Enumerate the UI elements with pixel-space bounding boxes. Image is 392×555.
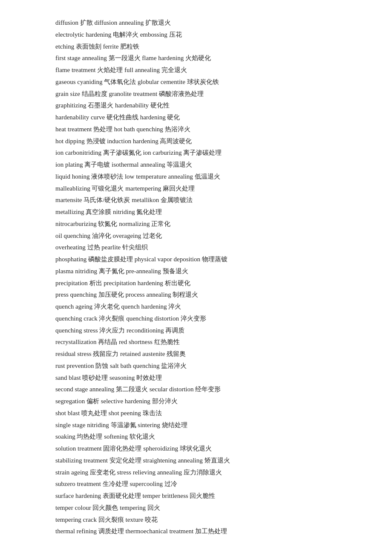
text-line: thermal refining 调质处理 thermoechanical tr…: [55, 526, 337, 538]
text-line: graphitizing 石墨退火 hardenability 硬化性: [55, 100, 337, 112]
text-line: ion carbonitriding 离子渗碳氮化 ion carburizin…: [55, 147, 337, 159]
text-line: etching 表面蚀刻 ferrite 肥粒铁: [55, 41, 337, 53]
text-line: phosphating 磷酸盐皮膜处理 physical vapor depos…: [55, 254, 337, 266]
text-line: subzero treatment 生冷处理 supercooling 过冷: [55, 478, 337, 490]
text-line: segregation 偏析 selective hardening 部分淬火: [55, 396, 337, 408]
text-line: press quenching 加压硬化 process annealing 制…: [55, 289, 337, 301]
text-line: tempering crack 回火裂痕 texture 咬花: [55, 514, 337, 526]
text-line: sand blast 喷砂处理 seasoning 时效处理: [55, 372, 337, 384]
text-line: soaking 均热处理 softening 软化退火: [55, 431, 337, 443]
text-line: first stage annealing 第一段退火 flame harden…: [55, 52, 337, 64]
text-line: oil quenching 油淬化 overageing 过老化: [55, 230, 337, 242]
text-line: recrystallization 再结晶 red shortness 红热脆性: [55, 336, 337, 348]
text-line: quenching stress 淬火应力 reconditioning 再调质: [55, 325, 337, 337]
text-line: martensite 马氏体/硬化铁炭 metallikon 金属喷镀法: [55, 194, 337, 206]
text-line: precipitation 析出 precipitation hardening…: [55, 278, 337, 289]
text-line: rust prevention 防蚀 salt bath quenching 盐…: [55, 360, 337, 372]
text-line: single stage nitriding 等温渗氮 sintering 烧结…: [55, 419, 337, 431]
text-line: electrolytic hardening 电解淬火 embossing 压花: [55, 29, 337, 41]
text-line: diffusion 扩散 diffusion annealing 扩散退火: [55, 17, 337, 29]
text-line: quench ageing 淬火老化 quench hardening 淬火: [55, 301, 337, 313]
text-line: plasma nitriding 离子氮化 pre-annealing 预备退火: [55, 266, 337, 278]
text-line: quenching crack 淬火裂痕 quenching distortio…: [55, 313, 337, 325]
text-line: shot blast 喷丸处理 shot peening 珠击法: [55, 408, 337, 419]
text-line: surface hardening 表面硬化处理 temper brittlen…: [55, 490, 337, 502]
text-line: heat treatment 热处理 hot bath quenching 热浴…: [55, 124, 337, 136]
text-line: flame treatment 火焰处理 full annealing 完全退火: [55, 64, 337, 76]
text-line: second stage annealing 第二段退火 secular dis…: [55, 384, 337, 396]
text-line: solution treatment 固溶化热处理 spheroidizing …: [55, 443, 337, 455]
text-line: hardenability curve 硬化性曲线 hardening 硬化: [55, 112, 337, 124]
text-line: temper colour 回火颜色 tempering 回火: [55, 502, 337, 514]
text-line: residual stress 残留应力 retained austenite …: [55, 348, 337, 360]
text-line: metallizing 真空涂膜 nitriding 氮化处理: [55, 206, 337, 218]
main-content: diffusion 扩散 diffusion annealing 扩散退火ele…: [55, 17, 337, 538]
text-line: ion plating 离子电镀 isothermal annealing 等温…: [55, 159, 337, 171]
text-line: malleablizing 可锻化退火 martempering 麻回火处理: [55, 183, 337, 195]
text-line: gaseous cyaniding 气体氧化法 globular cementi…: [55, 76, 337, 88]
text-line: overheating 过热 pearlite 针尖组织: [55, 242, 337, 254]
text-line: liquid honing 液体喷砂法 low temperature anne…: [55, 171, 337, 183]
text-line: strain ageing 应变老化 stress relieving anne…: [55, 467, 337, 479]
text-line: grain size 结晶粒度 granolite treatment 磷酸溶液…: [55, 88, 337, 100]
text-line: stabilizing treatment 安定化处理 straightenin…: [55, 455, 337, 467]
text-line: hot dipping 热浸镀 induction hardening 高周波硬…: [55, 136, 337, 147]
text-line: nitrocarburizing 软氮化 normalizing 正常化: [55, 218, 337, 230]
